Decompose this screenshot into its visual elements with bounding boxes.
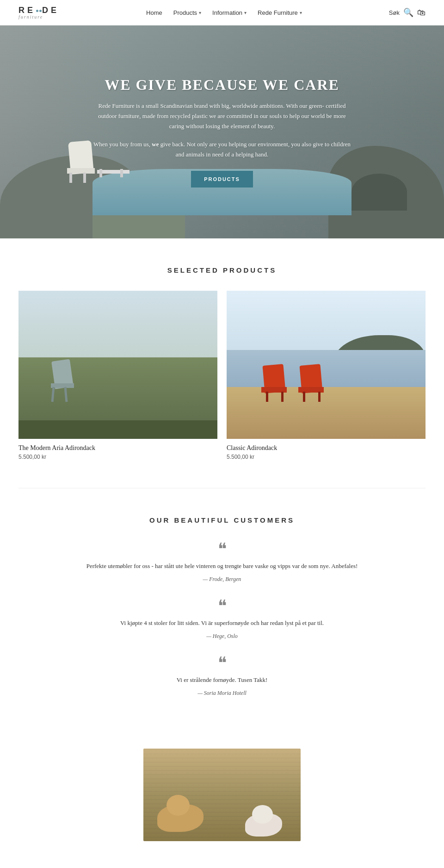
animal-head-2 xyxy=(252,805,273,824)
site-header: REDE furniture Home Products ▾ Informati… xyxy=(0,0,444,25)
nav-home[interactable]: Home xyxy=(146,9,162,16)
product-image-2 xyxy=(227,291,426,439)
search-label: Søk xyxy=(389,9,400,16)
testimonial-text-2: Vi kjøpte 4 st stoler for litt siden. Vi… xyxy=(83,618,361,628)
product-price-2: 5.500,00 kr xyxy=(227,454,426,460)
product-card-2[interactable]: Classic Adirondack 5.500,00 kr xyxy=(227,291,426,460)
testimonial-text-1: Perfekte utemøbler for oss - har stått u… xyxy=(83,561,361,571)
dc-leg2-1 xyxy=(281,392,284,402)
product-img-placeholder-1 xyxy=(18,291,217,439)
testimonial-text-3: Vi er strålende fornøyde. Tusen Takk! xyxy=(83,675,361,685)
product-name-1: The Modern Aria Adirondack xyxy=(18,444,217,452)
product-name-2: Classic Adirondack xyxy=(227,444,426,452)
chevron-down-icon: ▾ xyxy=(300,10,302,15)
logo-subtitle: furniture xyxy=(18,14,43,19)
testimonial-1: ❝ Perfekte utemøbler for oss - har stått… xyxy=(37,541,407,583)
customers-title: OUR BEAUTIFUL CUSTOMERS xyxy=(37,516,407,524)
grass-decoration xyxy=(18,397,217,439)
quote-mark-3: ❝ xyxy=(37,655,407,671)
quote-mark-1: ❝ xyxy=(37,541,407,557)
search-area: Søk 🔍 🛍 xyxy=(389,7,426,18)
logo[interactable]: REDE furniture xyxy=(18,6,59,19)
nav-rede-furniture[interactable]: Rede Furniture ▾ xyxy=(258,9,302,16)
dc-leg2-2 xyxy=(318,392,321,402)
selected-products-section: SELECTED PRODUCTS The Modern Aria Adiron xyxy=(0,238,444,488)
animal-shape-2 xyxy=(245,813,282,837)
quote-mark-2: ❝ xyxy=(37,598,407,614)
cart-button[interactable]: 🛍 xyxy=(417,8,426,18)
chair-leg-1 xyxy=(69,173,72,183)
testimonial-author-1: — Frode, Bergen xyxy=(37,576,407,583)
bottom-image xyxy=(143,749,301,841)
hero-description-1: Rede Furniture is a small Scandinavian b… xyxy=(92,101,352,131)
dc-leg1-2 xyxy=(303,392,305,402)
dock-platform xyxy=(227,387,426,439)
nav-products[interactable]: Products ▾ xyxy=(173,9,201,16)
dc-leg1-1 xyxy=(266,392,268,402)
testimonial-3: ❝ Vi er strålende fornøyde. Tusen Takk! … xyxy=(37,655,407,697)
hero-content: WE GIVE BECAUSE WE CARE Rede Furniture i… xyxy=(83,67,361,196)
search-button[interactable]: 🔍 xyxy=(403,7,413,18)
chevron-down-icon: ▾ xyxy=(199,10,201,15)
hero-title: WE GIVE BECAUSE WE CARE xyxy=(92,76,352,94)
animal-head-1 xyxy=(166,795,190,816)
hero-section: WE GIVE BECAUSE WE CARE Rede Furniture i… xyxy=(0,25,444,238)
product-image-1 xyxy=(18,291,217,439)
nav-information[interactable]: Information ▾ xyxy=(212,9,247,16)
testimonial-author-3: — Soria Moria Hotell xyxy=(37,690,407,697)
field-chair xyxy=(46,360,83,402)
products-grid: The Modern Aria Adirondack 5.500,00 kr xyxy=(18,291,426,460)
product-img-placeholder-2 xyxy=(227,291,426,439)
selected-products-title: SELECTED PRODUCTS xyxy=(18,266,426,274)
logo-text: REDE xyxy=(18,6,59,15)
customers-section: OUR BEAUTIFUL CUSTOMERS ❝ Perfekte utemø… xyxy=(0,488,444,739)
chevron-down-icon: ▾ xyxy=(244,10,247,15)
hero-products-button[interactable]: PRODUCTS xyxy=(191,171,253,187)
testimonial-2: ❝ Vi kjøpte 4 st stoler for litt siden. … xyxy=(37,598,407,640)
testimonial-author-2: — Hege, Oslo xyxy=(37,633,407,640)
animal-shape-1 xyxy=(157,804,204,832)
product-card-1[interactable]: The Modern Aria Adirondack 5.500,00 kr xyxy=(18,291,217,460)
product-price-1: 5.500,00 kr xyxy=(18,454,217,460)
bottom-image-section xyxy=(0,739,444,860)
main-nav: Home Products ▾ Information ▾ Rede Furni… xyxy=(146,9,302,16)
hero-description-2: When you buy from us, we give back. Not … xyxy=(92,139,352,160)
